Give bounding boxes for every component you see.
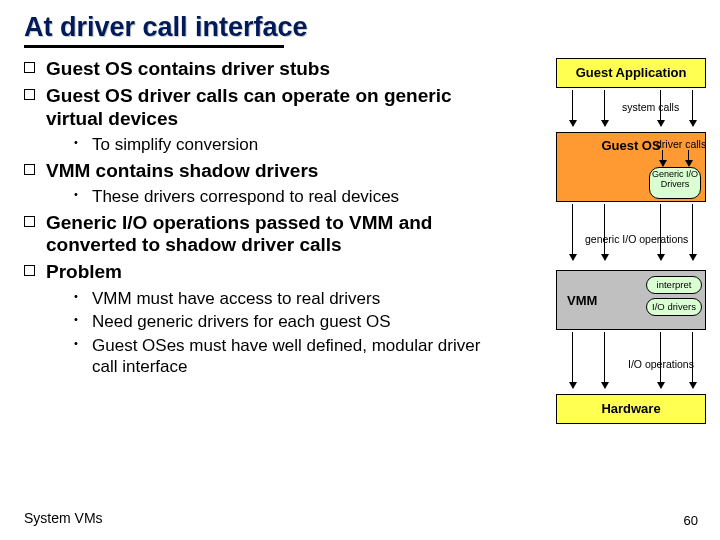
architecture-diagram: Guest Application system calls Guest OS … xyxy=(510,58,706,458)
slide-title: At driver call interface xyxy=(24,12,706,43)
bullet-square-icon xyxy=(24,89,35,100)
arrow-down-icon xyxy=(692,90,693,126)
system-calls-label: system calls xyxy=(622,101,679,113)
bullet-text: Generic I/O operations passed to VMM and… xyxy=(46,212,432,256)
arrow-down-icon xyxy=(660,204,661,260)
generic-io-drivers-box: Generic I/O Drivers xyxy=(649,167,701,199)
subbullet-text: Guest OSes must have well defined, modul… xyxy=(92,336,480,376)
subbullet-text: Need generic drivers for each guest OS xyxy=(92,312,391,331)
arrow-down-icon xyxy=(572,332,573,388)
bullet-square-icon xyxy=(24,216,35,227)
guest-application-box: Guest Application xyxy=(556,58,706,88)
arrow-down-icon xyxy=(692,204,693,260)
bullet-text: Problem xyxy=(46,261,122,282)
subbullet-text: VMM must have access to real drivers xyxy=(92,289,380,308)
subbullet-text: These drivers correspond to real devices xyxy=(92,187,399,206)
footer-left: System VMs xyxy=(24,510,103,526)
subbullet-5-3: Guest OSes must have well defined, modul… xyxy=(74,335,504,378)
bullet-text: Guest OS contains driver stubs xyxy=(46,58,330,79)
bullet-square-icon xyxy=(24,164,35,175)
generic-io-ops-label: generic I/O operations xyxy=(585,233,688,245)
subbullet-5-2: Need generic drivers for each guest OS xyxy=(74,311,504,332)
subbullet-5-1: VMM must have access to real drivers xyxy=(74,288,504,309)
generic-io-drivers-l2: Drivers xyxy=(650,180,700,190)
text-column: Guest OS contains driver stubs Guest OS … xyxy=(24,58,510,381)
arrow-down-icon xyxy=(572,204,573,260)
io-drivers-box: I/O drivers xyxy=(646,298,702,316)
arrow-down-icon xyxy=(604,90,605,126)
bullet-3: VMM contains shadow drivers These driver… xyxy=(24,160,504,208)
bullet-2: Guest OS driver calls can operate on gen… xyxy=(24,85,504,156)
page-number: 60 xyxy=(684,513,698,528)
subbullet-3-1: These drivers correspond to real devices xyxy=(74,186,504,207)
bullet-square-icon xyxy=(24,265,35,276)
hardware-box: Hardware xyxy=(556,394,706,424)
bullet-4: Generic I/O operations passed to VMM and… xyxy=(24,212,504,258)
bullet-text: Guest OS driver calls can operate on gen… xyxy=(46,85,452,129)
arrow-down-icon xyxy=(572,90,573,126)
subbullet-text: To simplify conversion xyxy=(92,135,258,154)
subbullet-2-1: To simplify conversion xyxy=(74,134,504,155)
arrow-down-icon xyxy=(604,204,605,260)
driver-calls-label: driver calls xyxy=(656,138,706,150)
arrow-down-icon xyxy=(688,150,689,166)
bullet-1: Guest OS contains driver stubs xyxy=(24,58,504,81)
interpret-box: interpret xyxy=(646,276,702,294)
title-underline xyxy=(24,45,284,48)
arrow-down-icon xyxy=(662,150,663,166)
io-operations-label: I/O operations xyxy=(628,358,694,370)
vmm-label: VMM xyxy=(567,293,597,308)
bullet-square-icon xyxy=(24,62,35,73)
bullet-text: VMM contains shadow drivers xyxy=(46,160,318,181)
bullet-5: Problem VMM must have access to real dri… xyxy=(24,261,504,377)
arrow-down-icon xyxy=(604,332,605,388)
